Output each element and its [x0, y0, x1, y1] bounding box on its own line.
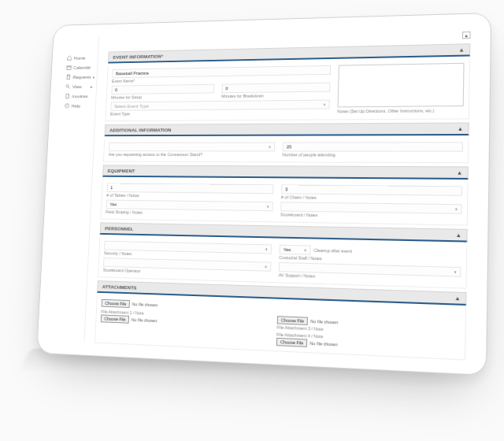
cleanup-select[interactable]: Yes▾ — [280, 245, 311, 255]
panel-equipment: 1 # of Tables / Notes 3 # of Chairs / No… — [101, 180, 469, 226]
section-title: EQUIPMENT — [108, 168, 135, 173]
sidebar-item-help[interactable]: ? Help — [64, 101, 93, 111]
section-title: ATTACHMENTS — [102, 284, 137, 290]
concession-select[interactable]: ▾ — [109, 143, 275, 152]
chevron-down-icon: ▾ — [265, 246, 268, 251]
svg-line-5 — [69, 87, 70, 89]
chairs-input[interactable]: 3 — [281, 184, 462, 195]
breakdown-minutes-label: Minutes for Breakdown — [221, 93, 330, 98]
collapse-toggle[interactable]: ▲ — [462, 32, 471, 39]
setup-minutes-label: Minutes for Setup — [111, 94, 214, 99]
chevron-up-icon: ▲ — [457, 169, 463, 175]
no-file-text: No file chosen — [132, 302, 158, 307]
panel-additional: ▾ Are you requesting access to the Conce… — [103, 139, 469, 163]
choose-file-button[interactable]: Choose File — [101, 314, 130, 323]
section-title: PERSONNEL — [105, 225, 134, 231]
choose-file-button[interactable]: Choose File — [276, 338, 308, 347]
chevron-up-icon: ▲ — [458, 46, 465, 52]
chevron-up-icon: ▲ — [454, 295, 461, 302]
attending-input[interactable]: 25 — [283, 142, 463, 151]
section-title: ADDITIONAL INFORMATION — [109, 127, 172, 132]
request-icon — [66, 74, 71, 80]
no-file-text: No file chosen — [132, 317, 158, 323]
sidebar-item-calendar[interactable]: Calendar — [65, 62, 94, 72]
search-icon — [65, 84, 70, 90]
tables-input[interactable]: 1 — [107, 183, 274, 194]
section-title: EVENT INFORMATION* — [113, 54, 163, 60]
section-header-equipment[interactable]: EQUIPMENT ▲ — [102, 165, 469, 180]
sidebar-item-view[interactable]: View ▸ — [65, 81, 94, 91]
chevron-down-icon: ▾ — [304, 247, 306, 252]
sidebar-label: Home — [74, 55, 86, 61]
chairs-label: # of Chairs / Notes — [281, 195, 462, 202]
concession-label: Are you requesting access to the Concess… — [109, 152, 275, 157]
svg-rect-0 — [67, 66, 71, 70]
invoice-icon — [65, 94, 69, 99]
chevron-right-icon: ▸ — [93, 74, 95, 79]
sidebar-label: Calendar — [73, 65, 91, 70]
sidebar-label: Help — [72, 103, 81, 109]
notes-textarea[interactable] — [337, 63, 464, 108]
sidebar-item-requests[interactable]: Requests ▸ — [65, 72, 94, 82]
tablet-frame: Home Calendar Requests ▸ View ▸ — [36, 13, 491, 376]
setup-minutes-input[interactable]: 0 — [111, 84, 214, 94]
help-icon: ? — [65, 103, 69, 109]
choose-file-button[interactable]: Choose File — [277, 316, 309, 325]
sidebar-item-invoices[interactable]: Invoices — [64, 91, 93, 102]
cleanup-desc: Cleanup after event — [313, 248, 461, 257]
tables-label: # of Tables / Notes — [106, 193, 273, 199]
no-file-text: No file chosen — [310, 319, 338, 325]
panel-event-info: Baseball Practice Event Name* 0 Minutes … — [105, 60, 470, 122]
sidebar-label: Requests — [72, 74, 91, 80]
calendar-icon — [66, 65, 71, 70]
svg-text:?: ? — [66, 105, 68, 108]
chevron-up-icon: ▲ — [455, 232, 461, 238]
event-type-label: Event Type — [110, 109, 329, 116]
no-file-text: No file chosen — [309, 341, 338, 347]
chevron-down-icon: ▾ — [454, 269, 457, 274]
attending-label: Number of people attending — [282, 152, 462, 158]
sidebar-label: View — [72, 83, 82, 89]
choose-file-button[interactable]: Choose File — [102, 299, 131, 308]
chevron-up-icon: ▲ — [458, 126, 464, 132]
home-icon — [67, 55, 72, 61]
panel-personnel: ▾ Security / Notes Yes▾ Cleanup after ev… — [98, 238, 467, 289]
event-type-select[interactable]: Select Event Type▾ — [110, 100, 329, 111]
chevron-right-icon: ▸ — [91, 84, 93, 89]
chevron-down-icon: ▾ — [269, 145, 271, 150]
panel-attachments: Choose File No file chosen File Attachme… — [94, 296, 466, 361]
sidebar-label: Invoices — [72, 93, 87, 98]
breakdown-minutes-input[interactable]: 0 — [221, 83, 330, 94]
chevron-up-icon: ▲ — [464, 33, 469, 38]
section-header-additional[interactable]: ADDITIONAL INFORMATION ▲ — [105, 123, 469, 137]
chevron-down-icon: ▾ — [324, 102, 326, 107]
svg-rect-6 — [66, 94, 69, 98]
app-screen: Home Calendar Requests ▸ View ▸ — [47, 27, 479, 361]
sidebar-item-home[interactable]: Home — [66, 53, 95, 63]
svg-point-4 — [66, 85, 69, 87]
main-form: ▲ EVENT INFORMATION* ▲ Baseball Practice… — [84, 27, 479, 361]
svg-rect-2 — [67, 75, 70, 79]
chevron-down-icon: ▾ — [265, 265, 267, 269]
notes-caption: Notes (Set Up Directions, Other Instruct… — [337, 108, 463, 113]
chevron-down-icon: ▾ — [455, 206, 458, 211]
chevron-down-icon: ▾ — [267, 204, 269, 209]
